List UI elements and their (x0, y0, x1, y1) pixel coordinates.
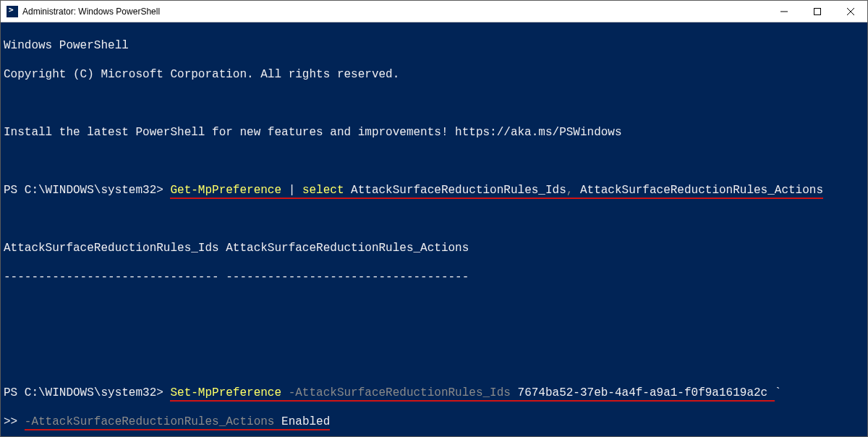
close-button[interactable] (834, 1, 867, 22)
banner-line: Copyright (C) Microsoft Corporation. All… (4, 67, 864, 82)
powershell-icon (7, 6, 18, 17)
command-line: PS C:\WINDOWS\system32> Set-MpPreference… (4, 386, 864, 400)
banner-line: Windows PowerShell (4, 38, 864, 53)
output-heading: AttackSurfaceReductionRules_Ids AttackSu… (4, 241, 864, 255)
command-continuation: >> -AttackSurfaceReductionRules_Actions … (4, 415, 864, 429)
command-line: PS C:\WINDOWS\system32> Get-MpPreference… (4, 183, 864, 198)
powershell-window: Administrator: Windows PowerShell Window… (0, 0, 868, 437)
titlebar[interactable]: Administrator: Windows PowerShell (1, 1, 867, 22)
banner-line: Install the latest PowerShell for new fe… (4, 125, 864, 140)
minimize-button[interactable] (767, 1, 801, 22)
window-title: Administrator: Windows PowerShell (22, 7, 160, 17)
maximize-button[interactable] (801, 1, 834, 22)
output-separator: ------------------------------- --------… (4, 270, 864, 284)
svg-rect-1 (814, 8, 821, 14)
terminal-body[interactable]: Windows PowerShell Copyright (C) Microso… (1, 22, 867, 436)
